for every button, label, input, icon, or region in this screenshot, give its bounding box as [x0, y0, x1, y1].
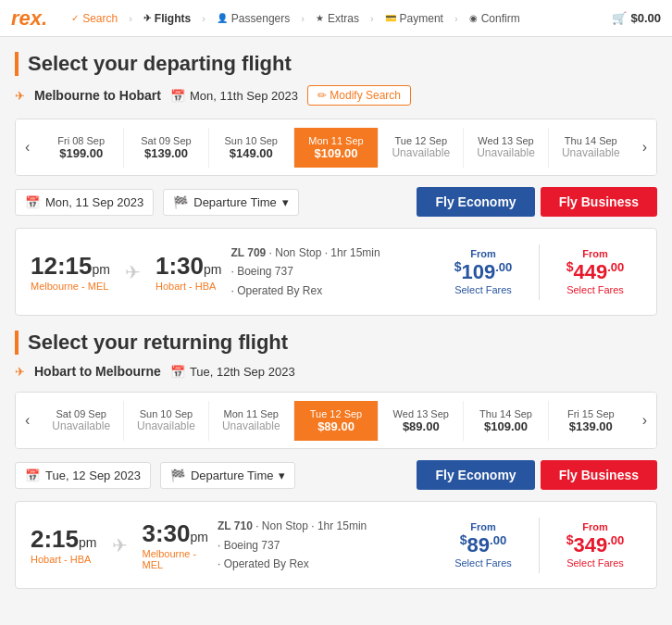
depart-time-val: 12:15	[31, 252, 93, 280]
return-filter-date: 📅 Tue, 12 Sep 2023	[15, 462, 151, 489]
return-eco-cents: .00	[490, 533, 506, 547]
depart-ampm: pm	[93, 262, 110, 277]
nav-step-search[interactable]: ✓ Search	[62, 12, 127, 25]
depart-fly-buttons: Fly Economy Fly Business	[417, 187, 657, 217]
depart-biz-select[interactable]: Select Fares	[549, 284, 641, 295]
depart-plane-icon: ✈	[15, 89, 25, 103]
depart-date-4[interactable]: Tue 12 Sep Unavailable	[379, 128, 464, 168]
return-date-6[interactable]: Fri 15 Sep $139.00	[549, 401, 633, 441]
return-chevron-down-icon: ▾	[279, 469, 285, 482]
return-date-1[interactable]: Sun 10 Sep Unavailable	[124, 401, 209, 441]
return-depart-airport: Hobart - HBA	[31, 554, 97, 565]
depart-operator: Operated By Rex	[237, 284, 322, 297]
returning-route-row: ✈ Hobart to Melbourne 📅 Tue, 12th Sep 20…	[15, 364, 657, 379]
arrive-airport: Hobart - HBA	[156, 281, 222, 292]
nav-step-payment[interactable]: 💳 Payment	[376, 12, 453, 25]
return-eco-select[interactable]: Select Fares	[437, 557, 529, 569]
depart-date-2[interactable]: Sun 10 Sep $149.00	[209, 128, 294, 168]
depart-date-5-unavail: Unavailable	[467, 146, 544, 159]
flights-plane-icon: ✈	[143, 13, 151, 23]
return-date-5[interactable]: Thu 14 Sep $109.00	[464, 401, 549, 441]
nav-step-passengers[interactable]: 👤 Passengers	[207, 12, 299, 25]
return-fly-buttons: Fly Economy Fly Business	[417, 460, 657, 490]
departing-date: Mon, 11th Sep 2023	[190, 89, 298, 103]
passengers-step-label: Passengers	[231, 12, 290, 25]
depart-date-5-label: Wed 13 Sep	[467, 135, 544, 146]
returning-filter-row: 📅 Tue, 12 Sep 2023 🏁 Departure Time ▾ Fl…	[15, 460, 657, 490]
depart-date-0-label: Fri 08 Sep	[43, 135, 119, 146]
return-date-0-label: Sat 09 Sep	[43, 408, 119, 419]
arrive-time: 1:30pm	[156, 252, 222, 281]
depart-biz-price-val: $449.00	[549, 259, 641, 284]
return-date-3-label: Tue 12 Sep	[298, 408, 375, 419]
depart-fly-economy-button[interactable]: Fly Economy	[417, 187, 534, 217]
nav-step-flights[interactable]: ✈ Flights	[134, 12, 200, 25]
nav-step-extras[interactable]: ★ Extras	[306, 12, 368, 25]
depart-date-4-unavail: Unavailable	[382, 146, 459, 159]
extras-icon: ★	[316, 13, 324, 23]
return-date-2-label: Mon 11 Sep	[213, 408, 290, 419]
date-prev-button[interactable]: ‹	[16, 119, 39, 175]
returning-route: Hobart to Melbourne	[34, 364, 161, 379]
depart-date-6[interactable]: Thu 14 Sep Unavailable	[549, 128, 633, 168]
return-date-2[interactable]: Mon 11 Sep Unavailable	[209, 401, 294, 441]
depart-duration: 1hr 15min	[330, 246, 380, 259]
return-cal-icon: 📅	[170, 365, 185, 379]
return-date-next-button[interactable]: ›	[633, 393, 656, 448]
return-date-3[interactable]: Tue 12 Sep $89.00	[294, 401, 380, 441]
cart[interactable]: 🛒 $0.00	[612, 11, 661, 25]
depart-economy-price[interactable]: From $109.00 Select Fares	[437, 248, 529, 295]
return-date-6-price: $139.00	[553, 419, 629, 433]
depart-date-5[interactable]: Wed 13 Sep Unavailable	[464, 128, 549, 168]
returning-flight-card: 2:15pm Hobart - HBA ✈ 3:30pm Melbourne -…	[15, 501, 657, 589]
return-date-0[interactable]: Sat 09 Sep Unavailable	[39, 401, 124, 441]
flights-step-label: Flights	[155, 12, 191, 25]
return-business-price[interactable]: From $349.00 Select Fares	[549, 521, 641, 569]
return-depart-ampm: pm	[79, 535, 96, 550]
return-arrive-time-block: 3:30pm Melbourne - MEL	[143, 519, 209, 570]
depart-eco-select[interactable]: Select Fares	[437, 284, 529, 295]
date-next-button[interactable]: ›	[633, 119, 656, 175]
cal-icon: 📅	[170, 89, 185, 103]
return-fly-business-button[interactable]: Fly Business	[541, 460, 657, 490]
depart-flight-info: ZL 709 · Non Stop · 1hr 15min · Boeing 7…	[230, 244, 428, 300]
depart-date-3-price: $109.00	[298, 146, 375, 160]
extras-step-label: Extras	[328, 12, 359, 25]
return-eco-price-val: $89.00	[437, 532, 529, 557]
search-step-label: Search	[82, 12, 118, 25]
return-aircraft: Boeing 737	[224, 539, 280, 552]
depart-sort-dropdown[interactable]: 🏁 Departure Time ▾	[163, 189, 299, 216]
arrive-ampm: pm	[204, 262, 221, 277]
return-filter-date-text: Tue, 12 Sep 2023	[45, 469, 141, 482]
return-date-4[interactable]: Wed 13 Sep $89.00	[379, 401, 464, 441]
confirm-icon: ◉	[469, 13, 478, 23]
cart-total: $0.00	[630, 11, 661, 25]
return-date-prev-button[interactable]: ‹	[16, 393, 39, 448]
return-flight-times: 2:15pm Hobart - HBA ✈ 3:30pm Melbourne -…	[31, 519, 208, 570]
return-arrive-ampm: pm	[191, 530, 208, 544]
depart-date-1-label: Sat 09 Sep	[128, 135, 205, 146]
return-biz-select[interactable]: Select Fares	[549, 557, 641, 569]
arrive-time-block: 1:30pm Hobart - HBA	[156, 252, 222, 292]
depart-date-0[interactable]: Fri 08 Sep $199.00	[39, 128, 124, 168]
depart-time-block: 12:15pm Melbourne - MEL	[31, 252, 110, 292]
depart-biz-whole: 449	[574, 260, 608, 283]
depart-date-1[interactable]: Sat 09 Sep $139.00	[124, 128, 209, 168]
nav-arrow-4: ›	[370, 13, 374, 24]
modify-search-button[interactable]: ✏ Modify Search	[307, 85, 411, 106]
return-sort-dropdown[interactable]: 🏁 Departure Time ▾	[160, 462, 296, 489]
return-eco-from: From	[437, 521, 529, 532]
returning-date-row: 📅 Tue, 12th Sep 2023	[170, 365, 295, 379]
cart-icon: 🛒	[612, 11, 627, 25]
departing-date-row: 📅 Mon, 11th Sep 2023	[170, 89, 298, 103]
depart-date-6-unavail: Unavailable	[553, 146, 629, 159]
depart-date-3[interactable]: Mon 11 Sep $109.00	[294, 128, 380, 168]
return-date-4-label: Wed 13 Sep	[382, 408, 459, 419]
return-fly-economy-button[interactable]: Fly Economy	[417, 460, 534, 490]
depart-date-1-price: $139.00	[128, 146, 205, 160]
nav-steps: ✓ Search › ✈ Flights › 👤 Passengers › ★ …	[62, 12, 612, 25]
depart-business-price[interactable]: From $449.00 Select Fares	[549, 248, 641, 295]
depart-fly-business-button[interactable]: Fly Business	[541, 187, 657, 217]
nav-step-confirm[interactable]: ◉ Confirm	[460, 12, 529, 25]
return-economy-price[interactable]: From $89.00 Select Fares	[437, 521, 529, 569]
